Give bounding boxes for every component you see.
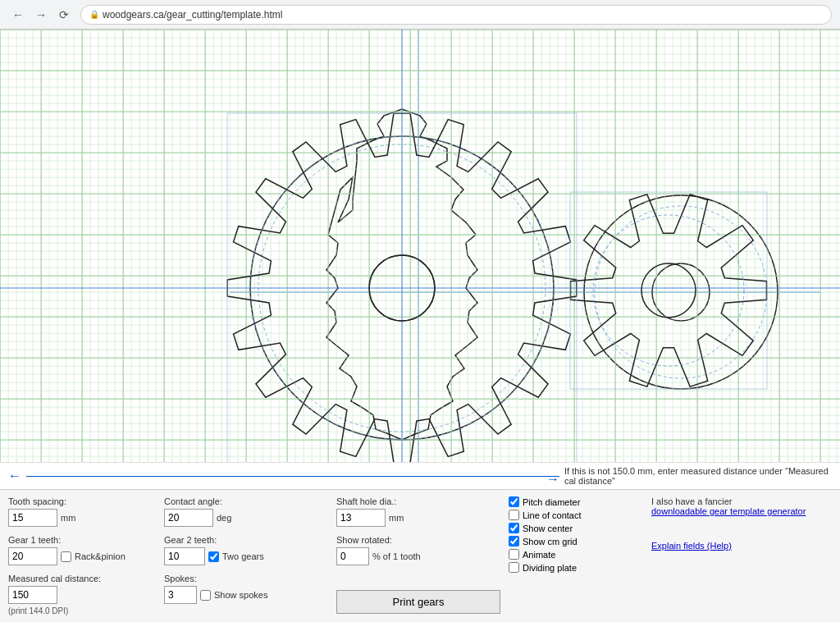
canvas-area <box>0 30 840 462</box>
line-of-contact-checkbox[interactable] <box>509 510 519 520</box>
shaft-hole-row: mm <box>336 509 500 527</box>
two-gears-checkbox[interactable] <box>208 551 219 562</box>
dividing-plate-row: Dividing plate <box>509 562 643 573</box>
shaft-hole-unit: mm <box>389 513 404 523</box>
col1: Tooth spacing: mm Gear 1 teeth: Rack&pin… <box>8 496 156 615</box>
animate-label: Animate <box>523 550 555 560</box>
spokes-input[interactable] <box>164 586 197 604</box>
cal-line: → <box>26 476 559 477</box>
refresh-button[interactable]: ⟳ <box>54 5 74 25</box>
show-cm-grid-row: Show cm grid <box>509 536 643 547</box>
animate-checkbox[interactable] <box>509 549 519 560</box>
measured-cal-label: Measured cal distance: <box>8 574 156 583</box>
page-content: ← → If this is not 150.0 mm, enter measu… <box>0 30 840 622</box>
show-rotated-row: % of 1 tooth <box>336 547 500 565</box>
show-center-label: Show center <box>523 524 573 533</box>
contact-angle-label: Contact angle: <box>164 496 328 506</box>
shaft-hole-input[interactable] <box>336 509 386 527</box>
cal-arrow-left: ← <box>8 469 21 483</box>
show-center-checkbox[interactable] <box>509 523 519 533</box>
show-rotated-label: Show rotated: <box>336 535 500 545</box>
gear1-teeth-row: Rack&pinion <box>8 547 156 565</box>
back-button[interactable]: ← <box>8 5 28 25</box>
tooth-spacing-row: mm <box>8 509 156 527</box>
url-text: woodgears.ca/gear_cutting/template.html <box>103 9 282 21</box>
pitch-diameter-checkbox[interactable] <box>509 496 519 507</box>
show-cm-grid-checkbox[interactable] <box>509 536 519 547</box>
address-bar[interactable]: 🔒 woodgears.ca/gear_cutting/template.htm… <box>80 5 832 25</box>
show-spokes-checkbox[interactable] <box>200 590 211 601</box>
show-center-row: Show center <box>509 523 643 533</box>
line-of-contact-label: Line of contact <box>523 510 582 520</box>
show-rotated-unit: % of 1 tooth <box>372 551 421 561</box>
controls-panel: Tooth spacing: mm Gear 1 teeth: Rack&pin… <box>0 489 840 622</box>
show-spokes-label: Show spokes <box>214 590 267 600</box>
gear-drawing-canvas <box>0 30 840 462</box>
spokes-label: Spokes: <box>164 574 328 583</box>
gear1-teeth-input[interactable] <box>8 547 57 565</box>
cal-text: If this is not 150.0 mm, enter measured … <box>564 466 832 486</box>
two-gears-label: Two gears <box>222 551 264 561</box>
rack-pinion-label: Rack&pinion <box>75 551 126 561</box>
pitch-diameter-label: Pitch diameter <box>523 497 580 507</box>
line-of-contact-row: Line of contact <box>509 510 643 520</box>
col2: Contact angle: deg Gear 2 teeth: Two gea… <box>164 496 328 615</box>
contact-angle-row: deg <box>164 509 328 527</box>
info-text: I also have a fancier <box>651 496 832 506</box>
download-link[interactable]: downloadable gear template generator <box>651 506 806 516</box>
dividing-plate-checkbox[interactable] <box>509 562 519 573</box>
gear1-teeth-label: Gear 1 teeth: <box>8 535 156 545</box>
gear2-teeth-label: Gear 2 teeth: <box>164 535 328 545</box>
col3: Shaft hole dia.: mm Show rotated: % of 1… <box>336 496 500 615</box>
print-gears-button[interactable]: Print gears <box>336 590 500 614</box>
spokes-row: Show spokes <box>164 586 328 604</box>
tooth-spacing-input[interactable] <box>8 509 57 527</box>
measured-cal-row <box>8 586 156 604</box>
shaft-hole-label: Shaft hole dia.: <box>336 496 500 506</box>
dividing-plate-label: Dividing plate <box>523 563 577 573</box>
nav-buttons: ← → ⟳ <box>8 5 74 25</box>
forward-button[interactable]: → <box>31 5 51 25</box>
checkboxes-col: Pitch diameter Line of contact Show cent… <box>509 496 643 615</box>
show-rotated-input[interactable] <box>336 547 369 565</box>
gear2-teeth-row: Two gears <box>164 547 328 565</box>
tooth-spacing-unit: mm <box>61 513 75 523</box>
contact-angle-input[interactable] <box>164 509 213 527</box>
controls-grid: Tooth spacing: mm Gear 1 teeth: Rack&pin… <box>8 496 832 615</box>
show-cm-grid-label: Show cm grid <box>523 537 578 547</box>
pitch-diameter-row: Pitch diameter <box>509 496 643 507</box>
measured-cal-note: (print 144.0 DPI) <box>8 606 156 615</box>
tooth-spacing-label: Tooth spacing: <box>8 496 156 506</box>
rack-pinion-checkbox[interactable] <box>61 551 71 562</box>
calibration-bar: ← → If this is not 150.0 mm, enter measu… <box>0 462 840 489</box>
info-col: I also have a fancier downloadable gear … <box>651 496 832 615</box>
lock-icon: 🔒 <box>89 10 99 19</box>
contact-angle-unit: deg <box>217 513 231 523</box>
animate-row: Animate <box>509 549 643 560</box>
browser-chrome: ← → ⟳ 🔒 woodgears.ca/gear_cutting/templa… <box>0 0 840 30</box>
measured-cal-input[interactable] <box>8 586 57 604</box>
gear2-teeth-input[interactable] <box>164 547 205 565</box>
explain-link[interactable]: Explain fields (Help) <box>651 541 732 551</box>
